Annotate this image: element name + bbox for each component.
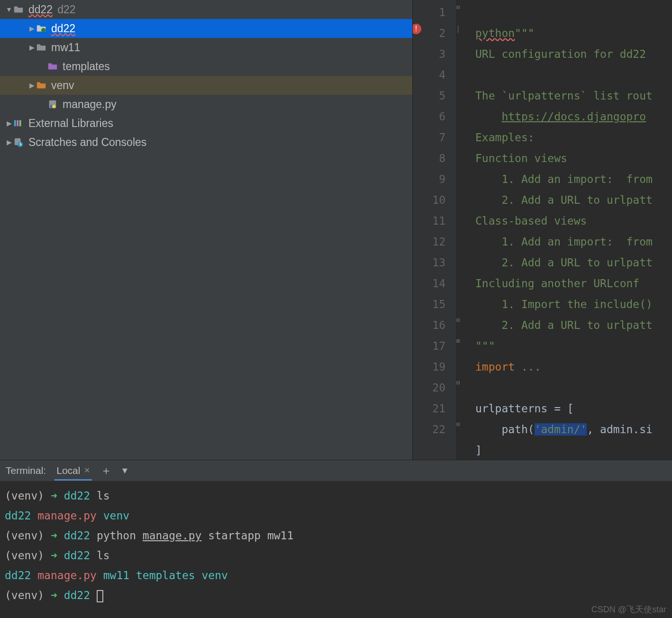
code-frag: path( [475, 423, 535, 436]
code-frag: Including another URLconf [475, 277, 639, 290]
code-frag: 2. Add a URL to urlpatt [475, 194, 653, 206]
gutter: ! 123456789101112131415161719202122 [413, 0, 455, 460]
tree-item-venv[interactable]: ▶venv [0, 76, 412, 95]
tree-item-label: dd22 [51, 22, 75, 35]
svg-rect-5 [17, 120, 18, 127]
close-icon[interactable]: ✕ [84, 466, 90, 475]
code-frag: python [475, 27, 515, 39]
tree-item-label: venv [51, 79, 74, 92]
dir-purple-icon [47, 62, 58, 71]
scratches-icon [13, 137, 24, 147]
terminal-line: (venv) ➜ dd22 ls [5, 486, 667, 506]
code-frag: Examples: [475, 131, 535, 144]
dir-django-sel-icon [36, 24, 46, 33]
dir-icon [36, 43, 46, 52]
line-number: 8 [413, 148, 445, 169]
terminal-body[interactable]: (venv) ➜ dd22 lsdd22 manage.py venv(venv… [0, 481, 672, 605]
terminal-line: (venv) ➜ dd22 [5, 585, 667, 605]
tree-item-label: manage.py [63, 98, 117, 111]
chevron-right-icon: ▶ [5, 119, 13, 127]
line-number: 22 [413, 419, 445, 440]
code-frag: 2. Add a URL to urlpatt [475, 256, 653, 269]
chevron-right-icon: ▶ [27, 25, 36, 32]
terminal-title: Terminal: [6, 465, 46, 476]
code-frag: , admin.si [587, 423, 652, 436]
svg-point-3 [52, 105, 55, 108]
code-frag: 1. Import the include() [475, 298, 653, 310]
dir-orange-icon [36, 81, 46, 90]
chevron-right-icon: ▶ [5, 138, 13, 146]
line-number: 7 [413, 127, 445, 148]
svg-point-0 [41, 28, 45, 32]
code-area[interactable]: python""" URL configuration for dd22 The… [466, 0, 672, 460]
svg-rect-4 [14, 120, 16, 127]
terminal-line: dd22 manage.py venv [5, 506, 667, 526]
tab-label: Local [56, 465, 80, 476]
code-frag: Function views [475, 152, 567, 164]
code-frag: import [475, 361, 521, 373]
code-frag: 2. Add a URL to urlpatt [475, 319, 653, 331]
file-py-icon [47, 100, 58, 109]
line-number: 14 [413, 273, 445, 294]
code-frag: The `urlpatterns` list rout [475, 90, 653, 102]
line-number: 20 [413, 377, 445, 398]
line-number: 15 [413, 294, 445, 315]
line-number: 9 [413, 169, 445, 190]
code-editor[interactable]: ! 123456789101112131415161719202122 ⊟ │ … [412, 0, 672, 460]
chevron-right-icon: ▶ [27, 44, 36, 51]
code-frag: 'admin/' [535, 423, 587, 436]
code-frag: urlpatterns = [ [475, 402, 574, 415]
code-frag: """ [475, 340, 495, 352]
line-number: 21 [413, 398, 445, 419]
line-number: 12 [413, 231, 445, 252]
tree-item-label: templates [63, 60, 110, 73]
root-suffix: d22 [57, 3, 75, 16]
tree-item-mw11[interactable]: ▶mw11 [0, 38, 412, 57]
tree-item-templates[interactable]: templates [0, 57, 412, 76]
project-tree[interactable]: ▼ dd22 d22 ▶dd22▶mw11templates▶venvmanag… [0, 0, 412, 460]
line-number: 10 [413, 190, 445, 210]
tree-root[interactable]: ▼ dd22 d22 [0, 0, 412, 19]
libraries-icon [13, 118, 24, 128]
chevron-down-icon: ▼ [5, 6, 13, 13]
cursor [97, 590, 103, 602]
line-number: 19 [413, 356, 445, 377]
code-frag: ... [521, 361, 541, 373]
watermark: CSDN @飞天使star [591, 604, 666, 615]
terminal-tab-bar: Terminal: Local ✕ ＋ ▼ [0, 460, 672, 481]
line-number: 6 [413, 106, 445, 127]
external-label: External Libraries [28, 117, 113, 130]
line-number: 13 [413, 252, 445, 273]
tree-item-manage-py[interactable]: manage.py [0, 95, 412, 114]
code-frag: ] [475, 444, 482, 456]
chevron-right-icon: ▶ [27, 82, 36, 89]
root-name: dd22 [28, 3, 53, 16]
terminal-tab-local[interactable]: Local ✕ [54, 461, 92, 481]
folder-icon [13, 5, 24, 14]
dropdown-icon[interactable]: ▼ [120, 466, 129, 476]
new-session-button[interactable]: ＋ [100, 463, 112, 478]
code-frag: Class-based views [475, 215, 587, 227]
scratches-and-consoles[interactable]: ▶ Scratches and Consoles [0, 133, 412, 152]
code-frag: https://docs.djangopro [501, 110, 646, 123]
tree-item-label: mw11 [51, 41, 80, 54]
terminal-line: dd22 manage.py mw11 templates venv [5, 565, 667, 585]
svg-rect-6 [19, 120, 21, 127]
line-number: 4 [413, 64, 445, 85]
line-number: 11 [413, 210, 445, 231]
terminal-panel[interactable]: Terminal: Local ✕ ＋ ▼ (venv) ➜ dd22 lsdd… [0, 460, 672, 618]
external-libraries[interactable]: ▶ External Libraries [0, 114, 412, 133]
code-frag: 1. Add an import: from [475, 173, 653, 185]
line-number: 16 [413, 315, 445, 336]
fold-column: ⊟ │ ⊟ ⊞ ⊟ ⊟ [455, 0, 466, 460]
code-frag: """ [515, 27, 535, 39]
tree-item-dd22[interactable]: ▶dd22 [0, 19, 412, 38]
code-frag: URL configuration for dd22 [475, 48, 653, 60]
line-number: 5 [413, 85, 445, 106]
line-number: 17 [413, 336, 445, 356]
line-number: 3 [413, 44, 445, 64]
terminal-line: (venv) ➜ dd22 python manage.py startapp … [5, 526, 667, 545]
code-frag: 1. Add an import: from [475, 236, 653, 248]
terminal-line: (venv) ➜ dd22 ls [5, 545, 667, 565]
scratches-label: Scratches and Consoles [28, 136, 146, 149]
